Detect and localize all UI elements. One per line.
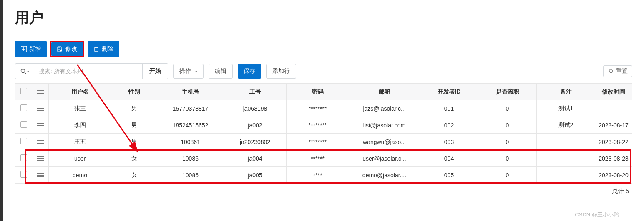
table-save-button[interactable]: 保存 <box>238 64 261 79</box>
row-checkbox-cell[interactable] <box>15 100 32 117</box>
header-devid[interactable]: 开发者ID <box>420 84 478 100</box>
header-checkbox-cell[interactable] <box>15 84 32 100</box>
table-row[interactable]: 王五男100861ja20230802********wangwu@jaso..… <box>15 134 632 150</box>
cell-empno: ja005 <box>224 167 287 184</box>
row-checkbox-cell[interactable] <box>15 134 32 150</box>
cell-remark: 测试2 <box>537 117 595 134</box>
cell-password: ******** <box>287 100 349 117</box>
cell-username: 李四 <box>49 117 111 134</box>
cell-modtime: 2023-08-20 <box>595 167 632 184</box>
add-row-button[interactable]: 添加行 <box>266 64 296 79</box>
cell-resigned: 0 <box>478 134 537 150</box>
cell-devid: 002 <box>420 117 478 134</box>
cell-username: 王五 <box>49 134 111 150</box>
menu-icon <box>37 156 44 161</box>
table-wrap: 用户名 性别 手机号 工号 密码 邮箱 开发者ID 是否离职 备注 修改时间 张… <box>15 83 632 195</box>
reset-button[interactable]: 重置 <box>603 65 632 77</box>
cell-phone: 100861 <box>157 134 224 150</box>
delete-button[interactable]: 删除 <box>88 41 119 57</box>
checkbox-icon <box>20 88 27 94</box>
checkbox-icon <box>20 138 27 144</box>
edit-button[interactable]: 修改 <box>51 42 83 56</box>
header-modtime[interactable]: 修改时间 <box>595 84 632 100</box>
menu-icon <box>37 106 44 111</box>
actions-dropdown[interactable]: 操作▾ <box>173 64 204 79</box>
cell-username: user <box>49 150 111 167</box>
menu-icon <box>37 139 44 144</box>
cell-phone: 10086 <box>157 167 224 184</box>
cell-resigned: 0 <box>478 117 537 134</box>
search-start-button[interactable]: 开始 <box>142 64 168 79</box>
row-menu-cell[interactable] <box>32 167 49 184</box>
action-toolbar: 新增 修改 删除 <box>15 41 632 57</box>
cell-resigned: 0 <box>478 100 537 117</box>
header-email[interactable]: 邮箱 <box>349 84 420 100</box>
table-footer-total: 总计 5 <box>15 184 632 195</box>
filter-toolbar: ▾ 开始 操作▾ 编辑 保存 添加行 重置 <box>15 63 632 79</box>
add-button[interactable]: 新增 <box>15 41 47 57</box>
edit-button-label: 修改 <box>65 45 77 53</box>
user-table: 用户名 性别 手机号 工号 密码 邮箱 开发者ID 是否离职 备注 修改时间 张… <box>15 83 632 184</box>
svg-rect-6 <box>95 48 98 52</box>
cell-devid: 003 <box>420 134 478 150</box>
checkbox-icon <box>20 154 27 161</box>
row-checkbox-cell[interactable] <box>15 150 32 167</box>
row-menu-cell[interactable] <box>32 117 49 134</box>
svg-point-11 <box>21 69 25 73</box>
table-row[interactable]: user女10086ja004******user@jasolar.c...00… <box>15 150 632 167</box>
cell-empno: ja063198 <box>224 100 287 117</box>
header-resigned[interactable]: 是否离职 <box>478 84 537 100</box>
menu-icon <box>37 89 44 94</box>
header-gender[interactable]: 性别 <box>111 84 157 100</box>
checkbox-icon <box>20 121 27 128</box>
cell-devid: 004 <box>420 150 478 167</box>
cell-phone: 15770378817 <box>157 100 224 117</box>
cell-password: ******** <box>287 134 349 150</box>
main-content: 用户 新增 修改 删除 ▾ 开始 操作▾ 编辑 保存 添加行 <box>3 0 644 195</box>
row-checkbox-cell[interactable] <box>15 167 32 184</box>
cell-phone: 10086 <box>157 150 224 167</box>
cell-empno: ja002 <box>224 117 287 134</box>
header-remark[interactable]: 备注 <box>537 84 595 100</box>
cell-username: demo <box>49 167 111 184</box>
cell-resigned: 0 <box>478 150 537 167</box>
cell-email: jazs@jasolar.c... <box>349 100 420 117</box>
cell-gender: 男 <box>111 134 157 150</box>
search-dropdown[interactable]: ▾ <box>15 64 34 79</box>
menu-icon <box>37 122 44 127</box>
row-menu-cell[interactable] <box>32 150 49 167</box>
header-phone[interactable]: 手机号 <box>157 84 224 100</box>
cell-modtime: 2023-08-23 <box>595 150 632 167</box>
cell-remark <box>537 167 595 184</box>
table-body: 张三男15770378817ja063198********jazs@jasol… <box>15 100 632 184</box>
cell-password: ****** <box>287 150 349 167</box>
row-menu-cell[interactable] <box>32 100 49 117</box>
cell-password: ******** <box>287 117 349 134</box>
trash-icon <box>93 46 99 52</box>
table-row[interactable]: 张三男15770378817ja063198********jazs@jasol… <box>15 100 632 117</box>
search-input[interactable] <box>34 64 142 79</box>
header-password[interactable]: 密码 <box>287 84 349 100</box>
cell-modtime <box>595 100 632 117</box>
cell-modtime: 2023-08-17 <box>595 117 632 134</box>
table-edit-button[interactable]: 编辑 <box>209 64 233 79</box>
edit-button-highlight: 修改 <box>50 41 84 57</box>
table-row[interactable]: demo女10086ja005****demo@jasolar....00502… <box>15 167 632 184</box>
header-empno[interactable]: 工号 <box>224 84 287 100</box>
cell-username: 张三 <box>49 100 111 117</box>
cell-devid: 005 <box>420 167 478 184</box>
cell-email: wangwu@jaso... <box>349 134 420 150</box>
left-gutter <box>0 0 3 221</box>
table-row[interactable]: 李四男18524515652ja002********lisi@jasolar.… <box>15 117 632 134</box>
cell-empno: ja004 <box>224 150 287 167</box>
row-checkbox-cell[interactable] <box>15 117 32 134</box>
search-icon <box>20 68 26 74</box>
cell-email: lisi@jasolar.com <box>349 117 420 134</box>
header-username[interactable]: 用户名 <box>49 84 111 100</box>
watermark: CSDN @王小小鸭 <box>575 211 619 219</box>
plus-icon <box>21 46 27 52</box>
actions-label: 操作 <box>179 67 191 75</box>
cell-email: demo@jasolar.... <box>349 167 420 184</box>
header-menu-cell[interactable] <box>32 84 49 100</box>
row-menu-cell[interactable] <box>32 134 49 150</box>
